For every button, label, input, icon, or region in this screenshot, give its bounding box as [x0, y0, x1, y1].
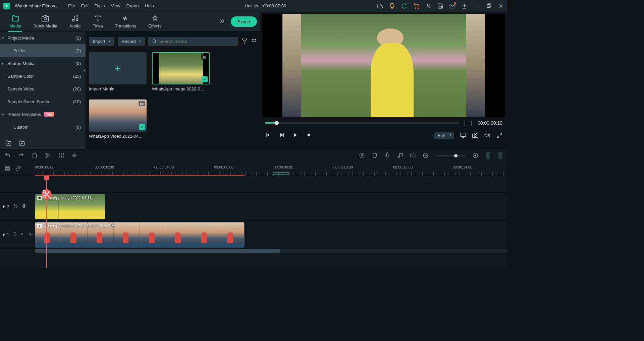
zoom-out-icon[interactable]: [423, 152, 429, 159]
svg-point-10: [72, 19, 74, 21]
stop-icon[interactable]: [307, 133, 311, 138]
plus-icon: +: [115, 62, 121, 75]
split-icon[interactable]: [45, 152, 51, 159]
menu-export[interactable]: Export: [126, 3, 139, 8]
adjust-icon[interactable]: [58, 152, 64, 159]
track-visibility-icon[interactable]: [22, 204, 26, 209]
download-icon[interactable]: [462, 3, 468, 9]
menu-view[interactable]: View: [111, 3, 120, 8]
clip-audio-waveform: [35, 243, 244, 247]
track-visibility-icon[interactable]: [29, 232, 33, 237]
svg-marker-19: [242, 39, 247, 44]
video-clip-icon: ▸: [37, 224, 42, 228]
preview-seek-slider[interactable]: [265, 122, 459, 124]
tab-audio[interactable]: Audio: [63, 15, 87, 28]
tab-titles[interactable]: Titles: [87, 15, 109, 28]
timeline-ruler[interactable]: 00:00:00:00 00:00:02:00 00:00:04:00 00:0…: [0, 162, 507, 176]
maximize-icon[interactable]: [486, 3, 492, 9]
display-icon[interactable]: [460, 132, 466, 138]
svg-point-34: [474, 135, 476, 137]
menu-file[interactable]: File: [68, 3, 75, 8]
svg-rect-32: [461, 133, 466, 137]
menu-edit[interactable]: Edit: [81, 3, 89, 8]
check-icon: ✓: [202, 76, 208, 82]
tab-effects[interactable]: Effects: [142, 15, 168, 28]
fullscreen-icon[interactable]: [496, 132, 502, 138]
tips-icon[interactable]: [389, 3, 395, 9]
zoom-fit2-icon[interactable]: [498, 152, 502, 159]
audio-mixer-icon[interactable]: [397, 152, 403, 159]
mark-out-icon[interactable]: }: [471, 120, 474, 126]
mark-in-icon[interactable]: {: [463, 120, 466, 126]
timeline-scrollbar[interactable]: [35, 249, 507, 253]
search-input[interactable]: [148, 37, 238, 46]
tab-media[interactable]: Media: [3, 15, 27, 28]
import-dropdown[interactable]: Import▾: [89, 37, 114, 46]
preview-quality-dropdown[interactable]: Full: [434, 132, 454, 139]
svg-line-18: [155, 42, 156, 43]
link-icon[interactable]: [15, 166, 21, 172]
account-icon[interactable]: [425, 3, 431, 9]
cart-icon[interactable]: [413, 3, 419, 9]
track-lock-icon[interactable]: [13, 232, 17, 237]
cloud-icon[interactable]: [377, 3, 383, 9]
collapse-tabs-icon[interactable]: [219, 18, 225, 25]
save-icon[interactable]: [437, 3, 443, 9]
marker-icon[interactable]: [372, 152, 378, 159]
voiceover-icon[interactable]: [384, 152, 390, 159]
audio-edit-icon[interactable]: [72, 152, 78, 159]
sidebar-custom[interactable]: Custom(0): [0, 121, 86, 133]
zoom-slider[interactable]: [435, 155, 466, 156]
sidebar-sample-green-screen[interactable]: Sample Green Screen(10): [0, 95, 86, 108]
delete-folder-icon[interactable]: [19, 140, 25, 146]
sidebar-preset-templates[interactable]: Preset TemplatesNew: [0, 108, 86, 121]
close-icon[interactable]: [498, 3, 504, 9]
media-item-image[interactable]: ▦ ✓ WhatsApp Image 2022-0…: [152, 52, 210, 91]
volume-icon[interactable]: [484, 132, 490, 138]
svg-marker-28: [280, 133, 283, 137]
minimize-icon[interactable]: [474, 3, 480, 9]
track-video-2: 2 ▦WhatsApp Image 2022-04-11 a: [0, 193, 507, 221]
menu-tools[interactable]: Tools: [95, 3, 105, 8]
zoom-in-icon[interactable]: [472, 152, 478, 159]
support-icon[interactable]: [401, 3, 407, 9]
zoom-fit-icon[interactable]: [486, 152, 490, 159]
play-icon[interactable]: [279, 132, 284, 139]
media-item-video[interactable]: ▮▮ ✓ WhatsApp Video 2022-04…: [89, 99, 147, 139]
playhead[interactable]: [46, 176, 47, 268]
sidebar-sample-video[interactable]: Sample Video(20): [0, 82, 86, 95]
svg-rect-5: [487, 4, 490, 7]
import-media-tile[interactable]: + Import Media: [89, 52, 147, 91]
grid-view-icon[interactable]: [251, 38, 257, 44]
track-manager-icon[interactable]: [5, 166, 10, 172]
sidebar-sample-color[interactable]: Sample Color(25): [0, 70, 86, 82]
delete-icon[interactable]: [32, 152, 38, 159]
track-lock-icon[interactable]: [13, 204, 18, 209]
svg-rect-64: [5, 169, 9, 170]
new-folder-icon[interactable]: [5, 140, 11, 146]
snapshot-icon[interactable]: [472, 132, 478, 138]
timeline-clip-video[interactable]: ▸WhatsApp Video 2022-04-12 at 2.09.56 PM: [35, 222, 245, 248]
filter-icon[interactable]: [241, 38, 248, 44]
render-icon[interactable]: [359, 152, 365, 159]
sidebar-folder[interactable]: Folder(2): [0, 44, 86, 57]
ruler-marker[interactable]: [273, 172, 288, 175]
mail-icon[interactable]: [449, 3, 455, 9]
svg-marker-35: [485, 134, 487, 137]
sidebar-shared-media[interactable]: Shared Media(0): [0, 57, 86, 70]
redo-icon[interactable]: [18, 152, 24, 159]
sidebar-collapse-icon[interactable]: ◀: [83, 68, 86, 72]
sidebar-project-media[interactable]: Project Media(2): [0, 31, 86, 44]
undo-icon[interactable]: [5, 152, 11, 159]
tab-transitions[interactable]: Transitions: [109, 15, 142, 28]
record-dropdown[interactable]: Record▾: [118, 37, 145, 46]
crop-icon[interactable]: [410, 152, 416, 159]
play-forward-icon[interactable]: [293, 133, 298, 138]
preview-viewport[interactable]: [262, 14, 505, 117]
scissors-icon[interactable]: [42, 189, 52, 199]
export-button[interactable]: Export: [231, 16, 257, 27]
menu-help[interactable]: Help: [145, 3, 154, 8]
prev-frame-icon[interactable]: [265, 132, 270, 139]
tab-stock-media[interactable]: Stock Media: [27, 15, 63, 28]
track-mute-icon[interactable]: [21, 232, 25, 237]
